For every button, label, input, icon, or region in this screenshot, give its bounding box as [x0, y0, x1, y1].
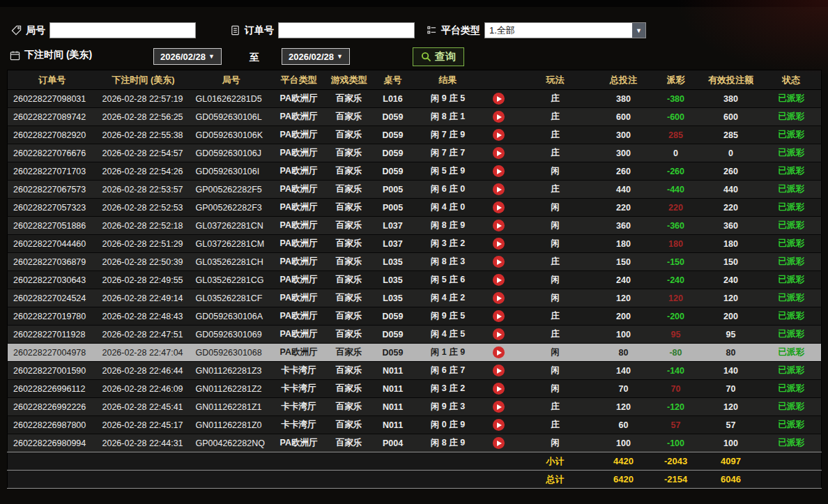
round-cell: GN011262281Z2 [190, 380, 273, 398]
platform-select[interactable]: 1.全部 ▼ [484, 22, 646, 38]
table-cell: N011 [373, 362, 413, 380]
play-type-cell: 庄 [515, 326, 596, 344]
play-icon[interactable] [493, 220, 505, 231]
play-icon[interactable] [493, 310, 505, 322]
bet-row[interactable]: 2602282270049782026-02-28 22:47:04GD0592… [8, 344, 822, 362]
bet-row[interactable]: 2602282269961122026-02-28 22:46:09GN0112… [8, 380, 822, 398]
result-cell: 闲 3 庄 2 [413, 235, 483, 253]
round-cell: GP005262282F5 [190, 181, 273, 199]
platform-cell: 卡卡湾厅 [273, 380, 325, 398]
bet-row[interactable]: 2602282270015902026-02-28 22:46:44GN0112… [8, 362, 822, 380]
platform-cell: PA欧洲厅 [273, 344, 325, 362]
chevron-down-icon: ▼ [208, 53, 215, 60]
play-icon[interactable] [493, 437, 505, 449]
payout-cell: 120 [652, 289, 700, 307]
bet-row[interactable]: 2602282270829202026-02-28 22:55:38GD0592… [8, 126, 822, 144]
round-cell: GD0592630106I [190, 162, 273, 181]
result-cell: 闲 9 庄 3 [413, 398, 483, 416]
bet-row[interactable]: 2602282270306432026-02-28 22:49:55GL0352… [8, 271, 822, 289]
bet-row[interactable]: 2602282270119282026-02-28 22:47:51GD0592… [8, 326, 822, 344]
play-icon[interactable] [493, 383, 505, 395]
game-type-cell: 百家乐 [325, 326, 373, 344]
bet-row[interactable]: 2602282270518862026-02-28 22:52:18GL0372… [8, 217, 822, 235]
bet-row[interactable]: 2602282270368792026-02-28 22:50:39GL0352… [8, 253, 822, 271]
order-cell: 260228226980994 [8, 434, 97, 452]
query-button[interactable]: 查询 [413, 47, 464, 66]
order-cell: 260228227082920 [8, 126, 97, 144]
play-icon[interactable] [493, 274, 505, 286]
play-icon[interactable] [493, 292, 505, 304]
play-type-cell: 闲 [515, 217, 596, 235]
game-type-cell: 百家乐 [325, 144, 373, 162]
bet-time-cell: 2026-02-28 22:57:19 [97, 90, 190, 108]
platform-cell: PA欧洲厅 [273, 235, 325, 253]
play-icon[interactable] [493, 111, 505, 123]
play-cell [483, 289, 515, 307]
play-icon[interactable] [493, 238, 505, 250]
platform-label: 平台类型 [441, 24, 480, 37]
bet-row[interactable]: 2602282270444602026-02-28 22:51:29GL0372… [8, 235, 822, 253]
status-cell: 已派彩 [762, 199, 822, 217]
bet-row[interactable]: 2602282269809942026-02-28 22:44:31GP0042… [8, 434, 822, 452]
status-cell: 已派彩 [762, 398, 822, 416]
date-to-button[interactable]: 2026/02/28 ▼ [282, 48, 350, 65]
table-cell: D059 [373, 344, 413, 362]
bet-row[interactable]: 2602282269878002026-02-28 22:45:17GN0112… [8, 416, 822, 434]
payout-cell: 285 [652, 126, 700, 144]
game-type-cell: 百家乐 [325, 398, 373, 416]
order-input[interactable] [278, 22, 415, 38]
round-filter-group: 局号 [11, 22, 196, 38]
payout-cell: 0 [652, 144, 700, 162]
result-cell: 闲 7 庄 7 [413, 144, 483, 162]
play-icon[interactable] [493, 129, 505, 141]
order-cell: 260228227036879 [8, 253, 97, 271]
play-type-cell: 闲 [515, 235, 596, 253]
platform-cell: PA欧洲厅 [273, 289, 325, 307]
total-bet-cell: 200 [596, 307, 652, 326]
play-icon[interactable] [493, 93, 505, 105]
status-cell: 已派彩 [762, 289, 822, 307]
play-icon[interactable] [493, 328, 505, 340]
bet-time-cell: 2026-02-28 22:47:51 [97, 326, 190, 344]
total-payout: -2154 [652, 471, 700, 489]
bet-row[interactable]: 2602282270980312026-02-28 22:57:19GL0162… [8, 90, 822, 108]
play-icon[interactable] [493, 201, 505, 213]
round-cell: GN011262281Z0 [190, 416, 273, 434]
bet-row[interactable]: 2602282270245242026-02-28 22:49:14GL0352… [8, 289, 822, 307]
bet-row[interactable]: 2602282270573232026-02-28 22:52:53GP0052… [8, 199, 822, 217]
result-cell: 闲 8 庄 3 [413, 253, 483, 271]
date-from-button[interactable]: 2026/02/28 ▼ [153, 48, 222, 65]
order-cell: 260228227057323 [8, 199, 97, 217]
platform-cell: PA欧洲厅 [273, 108, 325, 126]
play-type-cell: 庄 [515, 416, 596, 434]
status-cell: 已派彩 [762, 380, 822, 398]
play-icon[interactable] [493, 147, 505, 159]
col-header-5: 桌号 [373, 70, 413, 90]
bet-row[interactable]: 2602282270897422026-02-28 22:56:25GD0592… [8, 108, 822, 126]
bet-row[interactable]: 2602282269922262026-02-28 22:45:41GN0112… [8, 398, 822, 416]
order-cell: 260228226992226 [8, 398, 97, 416]
table-cell: L037 [373, 217, 413, 235]
play-icon[interactable] [493, 256, 505, 268]
valid-bet-cell: 220 [700, 199, 762, 217]
valid-bet-cell: 150 [700, 253, 762, 271]
game-type-cell: 百家乐 [325, 271, 373, 289]
play-icon[interactable] [493, 419, 505, 431]
play-icon[interactable] [493, 365, 505, 376]
bet-row[interactable]: 2602282270717032026-02-28 22:54:26GD0592… [8, 162, 822, 181]
game-type-cell: 百家乐 [325, 253, 373, 271]
play-icon[interactable] [493, 346, 505, 358]
play-icon[interactable] [493, 165, 505, 177]
bet-row[interactable]: 2602282270675732026-02-28 22:53:57GP0052… [8, 181, 822, 199]
bet-row[interactable]: 2602282270766762026-02-28 22:54:57GD0592… [8, 144, 822, 162]
top-strip [0, 0, 828, 7]
payout-cell: -380 [652, 90, 700, 108]
bet-row[interactable]: 2602282270197802026-02-28 22:48:43GD0592… [8, 307, 822, 326]
play-icon[interactable] [493, 183, 505, 195]
round-cell: GD05926301068 [190, 344, 273, 362]
platform-cell: PA欧洲厅 [273, 326, 325, 344]
play-icon[interactable] [493, 401, 505, 413]
round-input[interactable] [49, 22, 196, 38]
bet-time-cell: 2026-02-28 22:54:57 [97, 144, 190, 162]
valid-bet-cell: 380 [700, 90, 762, 108]
